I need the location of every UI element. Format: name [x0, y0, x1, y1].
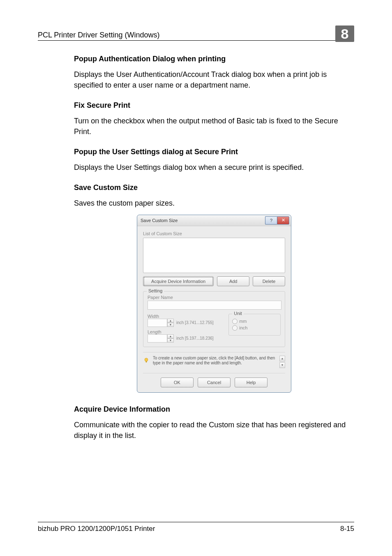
length-label: Length — [148, 329, 223, 334]
dialog-titlebar: Save Custom Size ? ✕ — [137, 215, 291, 226]
body-acquire-device-info: Communicate with the copier to read the … — [74, 419, 354, 441]
chevron-up-icon: ▲ — [279, 356, 285, 361]
footer-product: bizhub PRO 1200/1200P/1051 Printer — [38, 525, 155, 533]
footer-page-number: 8-15 — [340, 525, 354, 533]
dialog-note: To create a new custom paper size, click… — [153, 356, 276, 366]
dialog-close-button[interactable]: ✕ — [277, 216, 289, 225]
width-label: Width — [148, 314, 223, 319]
unit-mm-radio[interactable]: mm — [232, 319, 277, 324]
unit-inch-radio[interactable]: inch — [232, 325, 277, 331]
add-button[interactable]: Add — [217, 276, 249, 286]
note-scrollbar[interactable]: ▲ ▼ — [279, 356, 285, 368]
body-fix-secure: Turn on the checkbox when the output met… — [74, 116, 354, 137]
heading-popup-user-settings: Popup the User Settings dialog at Secure… — [74, 148, 354, 156]
help-icon: ? — [270, 218, 272, 223]
width-input[interactable] — [148, 319, 167, 327]
length-spinner[interactable]: ▲ ▼ — [167, 334, 174, 343]
chapter-number-badge: 8 — [335, 25, 354, 42]
save-custom-size-dialog: Save Custom Size ? ✕ List of Custom Size… — [137, 215, 291, 393]
dialog-help-button[interactable]: ? — [265, 216, 277, 225]
svg-rect-1 — [146, 361, 147, 362]
heading-acquire-device-info: Acquire Device Information — [74, 405, 354, 414]
chevron-up-icon: ▲ — [167, 334, 174, 338]
chevron-down-icon: ▼ — [167, 323, 174, 327]
unit-inch-label: inch — [239, 325, 247, 330]
chevron-down-icon: ▼ — [167, 338, 174, 343]
chevron-down-icon: ▼ — [279, 362, 285, 368]
paper-name-input[interactable] — [148, 301, 281, 310]
cancel-button[interactable]: Cancel — [198, 378, 231, 387]
setting-group: Setting Paper Name Width ▲ ▼ — [143, 291, 285, 347]
delete-button[interactable]: Delete — [253, 276, 285, 286]
setting-legend: Setting — [147, 288, 164, 293]
header-section-title: PCL Printer Driver Setting (Windows) — [38, 31, 159, 39]
dialog-title: Save Custom Size — [141, 218, 178, 223]
heading-save-custom-size: Save Custom Size — [74, 183, 354, 192]
unit-legend: Unit — [232, 311, 244, 316]
radio-icon — [232, 319, 238, 324]
body-popup-user-settings: Displays the User Settings dialog box wh… — [74, 162, 354, 173]
help-button[interactable]: Help — [235, 378, 267, 387]
acquire-device-info-button[interactable]: Acquire Device Information — [143, 276, 214, 286]
unit-mm-label: mm — [239, 319, 247, 324]
radio-icon — [232, 325, 238, 331]
body-popup-auth: Displays the User Authentication/Account… — [74, 69, 354, 90]
length-input[interactable] — [148, 334, 167, 343]
paper-name-label: Paper Name — [148, 295, 281, 300]
unit-group: Unit mm inch — [228, 314, 281, 336]
width-range: inch [3.741...12.755] — [176, 320, 214, 325]
body-save-custom-size: Saves the custom paper sizes. — [74, 198, 354, 208]
ok-button[interactable]: OK — [161, 378, 194, 387]
svg-point-0 — [145, 358, 148, 361]
width-spinner[interactable]: ▲ ▼ — [167, 319, 174, 327]
close-icon: ✕ — [281, 218, 285, 223]
chevron-up-icon: ▲ — [167, 319, 174, 323]
heading-popup-auth: Popup Authentication Dialog when printin… — [74, 55, 354, 63]
list-custom-size-label: List of Custom Size — [143, 231, 285, 236]
heading-fix-secure: Fix Secure Print — [74, 101, 354, 110]
length-range: inch [5.197...18.236] — [176, 336, 214, 341]
custom-size-listbox[interactable] — [143, 238, 285, 273]
lightbulb-icon — [143, 356, 150, 365]
